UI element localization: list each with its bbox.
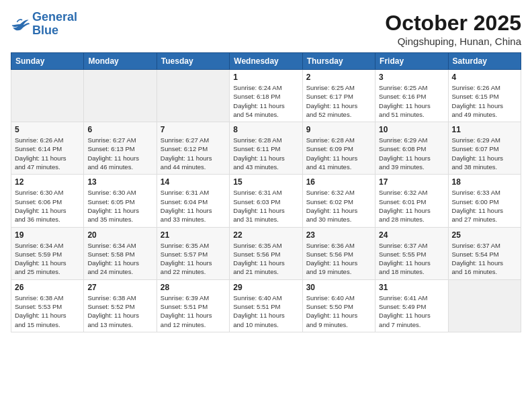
weekday-header-thursday: Thursday bbox=[302, 53, 375, 70]
calendar-cell: 27Sunrise: 6:38 AMSunset: 5:52 PMDayligh… bbox=[84, 279, 157, 332]
day-info: Sunrise: 6:26 AMSunset: 6:15 PMDaylight:… bbox=[452, 83, 517, 119]
calendar-cell: 20Sunrise: 6:34 AMSunset: 5:58 PMDayligh… bbox=[84, 227, 157, 279]
calendar-cell: 22Sunrise: 6:35 AMSunset: 5:56 PMDayligh… bbox=[230, 227, 302, 279]
calendar-cell: 25Sunrise: 6:37 AMSunset: 5:54 PMDayligh… bbox=[448, 227, 521, 279]
calendar-cell: 8Sunrise: 6:28 AMSunset: 6:11 PMDaylight… bbox=[230, 122, 302, 175]
day-info: Sunrise: 6:37 AMSunset: 5:54 PMDaylight:… bbox=[452, 241, 517, 277]
location-subtitle: Qingshuping, Hunan, China bbox=[385, 36, 521, 47]
calendar-cell: 12Sunrise: 6:30 AMSunset: 6:06 PMDayligh… bbox=[11, 175, 84, 227]
calendar-cell: 28Sunrise: 6:39 AMSunset: 5:51 PMDayligh… bbox=[157, 279, 229, 332]
day-number: 11 bbox=[452, 125, 517, 134]
calendar-week-5: 26Sunrise: 6:38 AMSunset: 5:53 PMDayligh… bbox=[11, 279, 521, 332]
day-info: Sunrise: 6:29 AMSunset: 6:07 PMDaylight:… bbox=[452, 136, 517, 171]
calendar-cell: 14Sunrise: 6:31 AMSunset: 6:04 PMDayligh… bbox=[157, 175, 229, 227]
calendar-cell: 9Sunrise: 6:28 AMSunset: 6:09 PMDaylight… bbox=[302, 122, 375, 175]
day-number: 25 bbox=[452, 230, 517, 240]
day-info: Sunrise: 6:30 AMSunset: 6:06 PMDaylight:… bbox=[15, 188, 80, 224]
day-info: Sunrise: 6:41 AMSunset: 5:49 PMDaylight:… bbox=[379, 293, 444, 329]
day-info: Sunrise: 6:33 AMSunset: 6:00 PMDaylight:… bbox=[452, 188, 517, 224]
day-number: 23 bbox=[306, 230, 371, 240]
weekday-header-sunday: Sunday bbox=[11, 53, 84, 70]
calendar-cell: 23Sunrise: 6:36 AMSunset: 5:56 PMDayligh… bbox=[302, 227, 375, 279]
day-info: Sunrise: 6:31 AMSunset: 6:04 PMDaylight:… bbox=[161, 188, 226, 224]
day-info: Sunrise: 6:40 AMSunset: 5:50 PMDaylight:… bbox=[306, 293, 371, 329]
day-info: Sunrise: 6:31 AMSunset: 6:03 PMDaylight:… bbox=[233, 188, 298, 224]
day-number: 7 bbox=[161, 125, 226, 134]
calendar-cell: 2Sunrise: 6:25 AMSunset: 6:17 PMDaylight… bbox=[302, 70, 375, 122]
calendar-cell: 24Sunrise: 6:37 AMSunset: 5:55 PMDayligh… bbox=[375, 227, 448, 279]
day-info: Sunrise: 6:28 AMSunset: 6:11 PMDaylight:… bbox=[233, 136, 298, 171]
day-number: 8 bbox=[233, 125, 298, 134]
day-info: Sunrise: 6:35 AMSunset: 5:56 PMDaylight:… bbox=[233, 241, 298, 277]
logo-icon bbox=[11, 17, 30, 32]
day-number: 4 bbox=[452, 73, 517, 82]
day-number: 27 bbox=[87, 283, 152, 292]
day-info: Sunrise: 6:40 AMSunset: 5:51 PMDaylight:… bbox=[233, 293, 298, 329]
day-number: 6 bbox=[87, 125, 152, 134]
calendar-cell: 3Sunrise: 6:25 AMSunset: 6:16 PMDaylight… bbox=[375, 70, 448, 122]
day-number: 14 bbox=[161, 177, 226, 187]
day-info: Sunrise: 6:35 AMSunset: 5:57 PMDaylight:… bbox=[161, 241, 226, 277]
weekday-header-tuesday: Tuesday bbox=[157, 53, 229, 70]
day-info: Sunrise: 6:32 AMSunset: 6:02 PMDaylight:… bbox=[306, 188, 371, 224]
day-number: 31 bbox=[379, 283, 444, 292]
day-number: 30 bbox=[306, 283, 371, 292]
month-title: October 2025 bbox=[385, 11, 521, 36]
day-number: 28 bbox=[161, 283, 226, 292]
day-number: 12 bbox=[15, 177, 80, 187]
calendar-cell: 30Sunrise: 6:40 AMSunset: 5:50 PMDayligh… bbox=[302, 279, 375, 332]
calendar-cell: 5Sunrise: 6:26 AMSunset: 6:14 PMDaylight… bbox=[11, 122, 84, 175]
day-number: 10 bbox=[379, 125, 444, 134]
calendar-cell: 26Sunrise: 6:38 AMSunset: 5:53 PMDayligh… bbox=[11, 279, 84, 332]
calendar-cell: 29Sunrise: 6:40 AMSunset: 5:51 PMDayligh… bbox=[230, 279, 302, 332]
calendar-cell: 11Sunrise: 6:29 AMSunset: 6:07 PMDayligh… bbox=[448, 122, 521, 175]
calendar-week-4: 19Sunrise: 6:34 AMSunset: 5:59 PMDayligh… bbox=[11, 227, 521, 279]
calendar-cell: 10Sunrise: 6:29 AMSunset: 6:08 PMDayligh… bbox=[375, 122, 448, 175]
day-number: 26 bbox=[15, 283, 80, 292]
day-info: Sunrise: 6:32 AMSunset: 6:01 PMDaylight:… bbox=[379, 188, 444, 224]
day-number: 5 bbox=[15, 125, 80, 134]
weekday-header-saturday: Saturday bbox=[448, 53, 521, 70]
day-info: Sunrise: 6:34 AMSunset: 5:58 PMDaylight:… bbox=[87, 241, 152, 277]
day-number: 16 bbox=[306, 177, 371, 187]
day-info: Sunrise: 6:36 AMSunset: 5:56 PMDaylight:… bbox=[306, 241, 371, 277]
calendar-table: SundayMondayTuesdayWednesdayThursdayFrid… bbox=[11, 52, 521, 332]
day-number: 22 bbox=[233, 230, 298, 240]
day-info: Sunrise: 6:25 AMSunset: 6:16 PMDaylight:… bbox=[379, 83, 444, 119]
day-number: 13 bbox=[87, 177, 152, 187]
day-info: Sunrise: 6:24 AMSunset: 6:18 PMDaylight:… bbox=[233, 83, 298, 119]
calendar-cell: 17Sunrise: 6:32 AMSunset: 6:01 PMDayligh… bbox=[375, 175, 448, 227]
calendar-cell: 15Sunrise: 6:31 AMSunset: 6:03 PMDayligh… bbox=[230, 175, 302, 227]
day-number: 17 bbox=[379, 177, 444, 187]
day-number: 9 bbox=[306, 125, 371, 134]
day-info: Sunrise: 6:30 AMSunset: 6:05 PMDaylight:… bbox=[87, 188, 152, 224]
day-info: Sunrise: 6:28 AMSunset: 6:09 PMDaylight:… bbox=[306, 136, 371, 171]
calendar-cell: 7Sunrise: 6:27 AMSunset: 6:12 PMDaylight… bbox=[157, 122, 229, 175]
day-number: 15 bbox=[233, 177, 298, 187]
day-info: Sunrise: 6:29 AMSunset: 6:08 PMDaylight:… bbox=[379, 136, 444, 171]
weekday-header-wednesday: Wednesday bbox=[230, 53, 302, 70]
calendar-cell bbox=[448, 279, 521, 332]
day-number: 21 bbox=[161, 230, 226, 240]
calendar-cell: 21Sunrise: 6:35 AMSunset: 5:57 PMDayligh… bbox=[157, 227, 229, 279]
day-number: 3 bbox=[379, 73, 444, 82]
calendar-cell: 31Sunrise: 6:41 AMSunset: 5:49 PMDayligh… bbox=[375, 279, 448, 332]
day-info: Sunrise: 6:34 AMSunset: 5:59 PMDaylight:… bbox=[15, 241, 80, 277]
day-info: Sunrise: 6:38 AMSunset: 5:53 PMDaylight:… bbox=[15, 293, 80, 329]
day-number: 24 bbox=[379, 230, 444, 240]
title-block: October 2025 Qingshuping, Hunan, China bbox=[385, 11, 521, 47]
calendar-week-1: 1Sunrise: 6:24 AMSunset: 6:18 PMDaylight… bbox=[11, 70, 521, 122]
day-info: Sunrise: 6:39 AMSunset: 5:51 PMDaylight:… bbox=[161, 293, 226, 329]
day-number: 29 bbox=[233, 283, 298, 292]
calendar-cell: 13Sunrise: 6:30 AMSunset: 6:05 PMDayligh… bbox=[84, 175, 157, 227]
calendar-cell: 4Sunrise: 6:26 AMSunset: 6:15 PMDaylight… bbox=[448, 70, 521, 122]
day-info: Sunrise: 6:25 AMSunset: 6:17 PMDaylight:… bbox=[306, 83, 371, 119]
weekday-header-friday: Friday bbox=[375, 53, 448, 70]
calendar-header-row: SundayMondayTuesdayWednesdayThursdayFrid… bbox=[11, 53, 521, 70]
calendar-cell bbox=[157, 70, 229, 122]
day-number: 1 bbox=[233, 73, 298, 82]
calendar-cell bbox=[11, 70, 84, 122]
day-number: 2 bbox=[306, 73, 371, 82]
calendar-cell: 16Sunrise: 6:32 AMSunset: 6:02 PMDayligh… bbox=[302, 175, 375, 227]
day-info: Sunrise: 6:27 AMSunset: 6:13 PMDaylight:… bbox=[87, 136, 152, 171]
